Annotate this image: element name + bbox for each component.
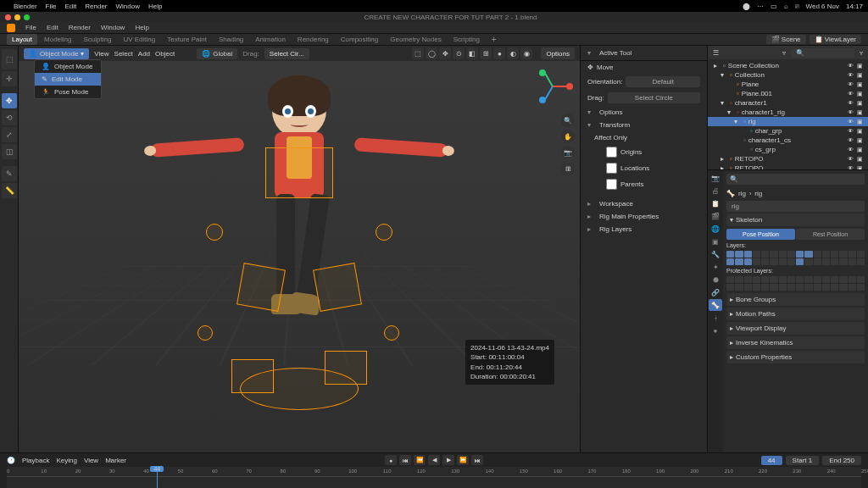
pan-icon[interactable]: ✋ — [561, 130, 575, 143]
control-center-icon[interactable]: ⎚ — [795, 3, 799, 10]
character-mesh[interactable] — [181, 71, 418, 410]
origins-checkbox[interactable] — [606, 147, 617, 158]
outliner-row[interactable]: ▾▫character1👁▣ — [708, 98, 868, 108]
menu-edit[interactable]: Edit — [47, 24, 58, 31]
tool-scale[interactable]: ⤢ — [2, 127, 17, 142]
ptab-material[interactable]: ● — [709, 324, 722, 336]
property-search[interactable]: 🔍 — [726, 174, 865, 185]
ptab-render[interactable]: 📷 — [709, 172, 722, 184]
tab-texpaint[interactable]: Texture Paint — [162, 34, 212, 45]
tab-animation[interactable]: Animation — [250, 34, 291, 45]
viewlayer-selector[interactable]: 📋 ViewLayer — [810, 35, 861, 44]
drag-field[interactable]: Select Circle — [608, 92, 700, 103]
prev-key-button[interactable]: ⏪ — [414, 455, 426, 465]
jump-end-button[interactable]: ⏭ — [471, 455, 483, 465]
xray-icon[interactable]: ◧ — [466, 47, 478, 59]
zoom-icon[interactable]: 🔍 — [561, 114, 575, 127]
outliner-type-icon[interactable]: ☰ — [713, 49, 719, 57]
tool-move[interactable]: ✥ — [2, 93, 17, 108]
current-frame[interactable]: 44 — [761, 456, 782, 465]
filter-icon[interactable]: ▿ — [782, 49, 786, 57]
maximize-window[interactable] — [24, 14, 30, 20]
vp-menu-add[interactable]: Add — [138, 50, 150, 58]
shading-rendered-icon[interactable]: ◉ — [520, 47, 532, 59]
search-icon[interactable]: ⌕ — [784, 3, 788, 10]
protected-layers[interactable] — [726, 276, 865, 291]
macos-menu-help[interactable]: Help — [148, 3, 162, 10]
ptab-viewlayer[interactable]: 📋 — [709, 197, 722, 209]
bone-groups-section[interactable]: ▸Bone Groups — [726, 293, 865, 306]
perspective-icon[interactable]: ⊞ — [561, 162, 575, 175]
ptab-world[interactable]: 🌐 — [709, 223, 722, 235]
tab-uv[interactable]: UV Editing — [118, 34, 160, 45]
ptab-armature[interactable]: 🦴 — [709, 299, 722, 311]
menu-help[interactable]: Help — [135, 24, 148, 31]
tab-geonodes[interactable]: Geometry Nodes — [385, 34, 446, 45]
rig-bone[interactable] — [236, 263, 286, 312]
motion-paths-section[interactable]: ▸Motion Paths — [726, 308, 865, 320]
ptab-scene[interactable]: 🎬 — [709, 210, 722, 222]
vp-menu-view[interactable]: View — [94, 50, 108, 58]
next-key-button[interactable]: ⏩ — [457, 455, 469, 465]
nav-gizmo[interactable] — [532, 66, 573, 107]
skeleton-section[interactable]: ▾Skeleton — [726, 214, 865, 226]
mode-dropdown[interactable]: 👤 Object Mode ▾ — [24, 48, 89, 59]
rest-position-button[interactable]: Rest Position — [796, 229, 865, 240]
orientation-dropdown[interactable]: 🌐 Global — [197, 48, 237, 59]
rig-ctrl[interactable] — [384, 325, 399, 341]
macos-menu-render[interactable]: Render — [85, 3, 107, 10]
macos-menu-edit[interactable]: Edit — [64, 3, 76, 10]
tool-rotate[interactable]: ⟲ — [2, 110, 17, 125]
armature-layers[interactable] — [726, 251, 865, 265]
tool-measure[interactable]: 📏 — [2, 183, 17, 198]
time[interactable]: 14:17 — [846, 3, 863, 10]
ptab-output[interactable]: 🖨 — [709, 185, 722, 197]
vp-menu-select[interactable]: Select — [114, 50, 133, 58]
outliner-row[interactable]: ▫Plane👁▣ — [708, 80, 868, 89]
menu-render[interactable]: Render — [69, 24, 91, 31]
rig-ctrl[interactable] — [376, 224, 392, 241]
outliner-row[interactable]: ▾▫Collection👁▣ — [708, 70, 868, 80]
close-window[interactable] — [5, 14, 11, 20]
autokey-button[interactable]: ● — [385, 455, 397, 465]
tool-cursor[interactable]: ✛ — [2, 71, 17, 86]
outliner-row[interactable]: ▸▫Scene Collection👁▣ — [708, 61, 868, 70]
ptab-constraint[interactable]: 🔗 — [709, 286, 722, 298]
rig-ctrl[interactable] — [198, 325, 213, 341]
play-reverse-button[interactable]: ◀ — [428, 455, 440, 465]
tab-add[interactable]: + — [487, 33, 502, 46]
tab-shading[interactable]: Shading — [214, 34, 248, 45]
timeline-track[interactable]: 0102030405060708090100110120130140150160… — [7, 467, 861, 488]
vp-menu-object[interactable]: Object — [155, 50, 175, 58]
end-frame[interactable]: End 250 — [822, 456, 861, 465]
outliner-row[interactable]: ▾▫character1_rig👁▣ — [708, 108, 868, 117]
tl-view[interactable]: View — [84, 457, 98, 464]
tl-marker[interactable]: Marker — [105, 457, 126, 464]
timeline-playhead[interactable] — [157, 467, 158, 488]
wifi-icon[interactable]: ⋯ — [757, 3, 764, 10]
tool-annotate[interactable]: ✎ — [2, 166, 17, 181]
orientation-field[interactable]: Default — [626, 76, 700, 87]
viewport-3d[interactable]: 👤 Object Mode ▾ View Select Add Object 🌐… — [19, 46, 580, 452]
tab-scripting[interactable]: Scripting — [448, 34, 485, 45]
jump-start-button[interactable]: ⏮ — [399, 455, 411, 465]
tool-select-box[interactable]: ⬚ — [2, 49, 17, 69]
mode-option-pose[interactable]: 🏃 Pose Mode — [35, 86, 101, 98]
tl-playback[interactable]: Playback — [22, 457, 49, 464]
outliner-row[interactable]: ▫cs_grp👁▣ — [708, 145, 868, 154]
ptab-physics[interactable]: ⬣ — [709, 274, 722, 286]
outliner-row[interactable]: ▫Plane.001👁▣ — [708, 89, 868, 98]
menu-window[interactable]: Window — [101, 24, 125, 31]
macos-menu-file[interactable]: File — [46, 3, 57, 10]
timeline-type-icon[interactable]: 🕐 — [7, 457, 15, 464]
start-frame[interactable]: Start 1 — [786, 456, 820, 465]
tool-transform[interactable]: ◫ — [2, 144, 17, 159]
scene-selector[interactable]: 🎬 Scene — [766, 35, 806, 44]
shading-solid-icon[interactable]: ● — [493, 47, 505, 59]
outliner-row[interactable]: ▫char_grp👁▣ — [708, 126, 868, 136]
tab-compositing[interactable]: Compositing — [336, 34, 383, 45]
ptab-object[interactable]: ▣ — [709, 236, 722, 247]
tab-layout[interactable]: Layout — [7, 34, 37, 45]
viewport-display-section[interactable]: ▸Viewport Display — [726, 322, 865, 335]
outliner-row[interactable]: ▸▫RETOPO👁▣ — [708, 154, 868, 164]
